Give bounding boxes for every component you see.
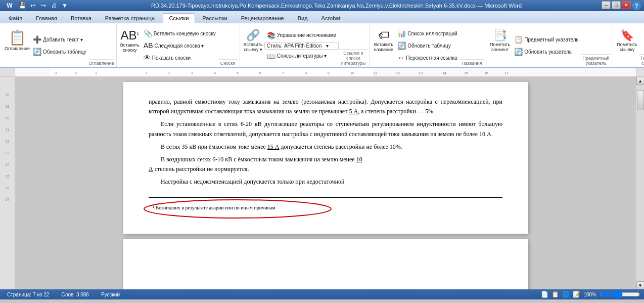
insert-footnote-icon: AB1 [121,29,139,41]
style-label: Стиль: [267,43,283,49]
scroll-thumb[interactable] [637,90,644,110]
redo-icon[interactable]: ↪ [39,1,48,10]
update-index-icon: 🔄 [514,48,523,56]
paragraph-1: правило, равной ёмкостному току замыкани… [149,97,502,116]
manage-sources-icon: 📚 [267,31,275,39]
update-table-toc-button[interactable]: 🔄 Обновить таблицу [30,46,89,57]
tab-home[interactable]: Главная [29,13,64,23]
toc-label: Оглавление [5,46,30,51]
ruler-num: 19 [6,105,10,108]
ribbon-group-index: 📑 Пометитьэлемент 📋 Предметный указатель… [486,24,613,67]
style-value[interactable]: APA Fifth Edition [284,43,325,49]
view-fullscreen-icon[interactable]: 📋 [551,291,559,298]
bibliography-button[interactable]: 📖 Список литературы ▾ [264,51,339,62]
svg-text:15: 15 [464,71,468,75]
tab-insert[interactable]: Вставка [64,13,98,23]
update-index-button[interactable]: 🔄 Обновить указатель [512,46,581,57]
ruler-num: 22 [6,140,10,143]
word-count[interactable]: Слов: 3 086 [58,291,92,298]
tab-references[interactable]: Ссылки [163,13,196,23]
update-table-toc-icon: 🔄 [33,48,41,56]
update-table-captions-button[interactable]: 🔄 Обновить таблицу [395,40,459,51]
tab-review[interactable]: Рецензирование [235,13,291,23]
customize-quick-access-icon[interactable]: ▼ [60,1,69,10]
document-page-2 [123,239,528,289]
save-icon[interactable]: 💾 [18,1,27,10]
help-button[interactable]: ? [632,1,641,10]
svg-text:16: 16 [484,71,488,75]
document-content-area[interactable]: правило, равной ёмкостному току замыкани… [15,77,636,289]
language[interactable]: Русский [98,291,123,298]
document-text[interactable]: правило, равной ёмкостному току замыкани… [149,97,502,214]
svg-text:1: 1 [95,71,97,75]
insert-citation-button[interactable]: 🔗 Вставитьссылку ▾ [242,25,264,57]
mark-entry-icon: 📑 [493,30,507,41]
figures-list-icon: 📊 [397,29,406,37]
show-notes-button[interactable]: 👁 Показать сноски [141,52,218,63]
ruler-corner [0,68,15,76]
ribbon-group-citations: 🔗 Вставитьссылку ▾ 📚 Управление источник… [240,24,371,67]
title-bar-text: RD.34.20.179-Tipovaya.Instrukciya.Po.Kom… [71,3,602,9]
quick-access-toolbar: W 💾 ↩ ↪ 🖨 ▼ [3,0,71,11]
svg-text:1: 1 [146,71,148,75]
mark-entry-button[interactable]: 📑 Пометитьэлемент [488,25,512,57]
ruler-svg: 3 2 1 · 1 2 3 4 5 6 7 8 9 10 11 12 13 ·1… [19,68,632,76]
view-web-icon[interactable]: 🌐 [562,291,570,298]
style-dropdown[interactable]: Стиль: APA Fifth Edition ▾ [264,42,339,50]
index-button[interactable]: 📋 Предметный указатель [512,34,581,45]
next-footnote-button[interactable]: AB Следующая сноска ▾ [141,40,218,51]
add-text-icon: ➕ [33,35,41,44]
right-scrollbar[interactable]: ▲ ▼ [636,77,644,289]
mark-citation-button[interactable]: 🔖 Пометитьссылку [615,25,638,57]
insert-caption-button[interactable]: 🏷 Вставитьназвание [372,25,395,57]
svg-text:·14: ·14 [441,71,446,75]
quick-print-icon[interactable]: 🖨 [50,1,59,10]
svg-text:·: · [120,71,121,75]
underline-5a: 5 А [349,108,358,115]
insert-footnote-label: Вставитьсноску [120,42,140,53]
scroll-down-button[interactable]: ▼ [636,281,645,289]
show-notes-icon: 👁 [144,54,151,62]
svg-rect-1 [50,68,373,76]
toc-button[interactable]: 📋 Оглавление [4,25,30,57]
svg-text:5: 5 [237,71,239,75]
tab-mailings[interactable]: Рассылки [196,13,234,23]
svg-text:3: 3 [191,71,193,75]
scroll-up-button[interactable]: ▲ [636,77,645,85]
ruler-num: 27 [6,198,10,201]
tab-acrobat[interactable]: Acrobat [315,13,347,23]
ribbon-group-toc: 📋 Оглавление ➕ Добавить текст ▾ 🔄 Обнови… [2,24,117,67]
toc-icon: 📋 [9,31,26,45]
title-bar-controls: – □ ✕ ? [602,1,641,10]
ribbon-group-table-authority: 🔖 Пометитьссылку Таблица ссылок [613,24,644,67]
ribbon: 📋 Оглавление ➕ Добавить текст ▾ 🔄 Обнови… [0,23,644,68]
svg-text:17: 17 [504,71,509,75]
view-draft-icon[interactable]: 📝 [573,291,580,298]
insert-endnote-button[interactable]: 📎 Вставить концевую сноску [141,28,218,39]
add-text-button[interactable]: ➕ Добавить текст ▾ [30,34,89,45]
cross-reference-button[interactable]: ↔ Перекрестная ссылка [395,52,459,63]
maximize-button[interactable]: □ [612,1,621,9]
tab-view[interactable]: Вид [291,13,314,23]
style-dropdown-arrow[interactable]: ▾ [326,43,329,49]
page-info[interactable]: Страница: 7 из 22 [4,291,52,298]
close-button[interactable]: ✕ [622,1,631,9]
insert-citation-icon: 🔗 [246,30,260,41]
tab-file[interactable]: Файл [2,13,29,23]
zoom-level: 100% [583,292,596,297]
insert-footnote-button[interactable]: AB1 Вставитьсноску [119,25,141,57]
manage-sources-button[interactable]: 📚 Управление источниками [264,30,339,41]
mark-entry-label: Пометитьэлемент [490,42,510,52]
tab-page-layout[interactable]: Разметка страницы [99,13,162,23]
figures-list-button[interactable]: 📊 Список иллюстраций [395,28,459,39]
view-print-icon[interactable]: 📄 [541,291,548,298]
svg-text:6: 6 [259,71,261,75]
ruler-num: 24 [6,163,10,166]
undo-icon[interactable]: ↩ [28,1,37,10]
captions-group-label: Названия [460,59,484,66]
paragraph-5: Настройка с недокомпенсацией допускается… [149,177,502,187]
insert-citation-label: Вставитьссылку ▾ [244,42,263,52]
svg-text:9: 9 [328,71,330,75]
zoom-slider[interactable] [600,291,640,297]
minimize-button[interactable]: – [602,1,611,9]
